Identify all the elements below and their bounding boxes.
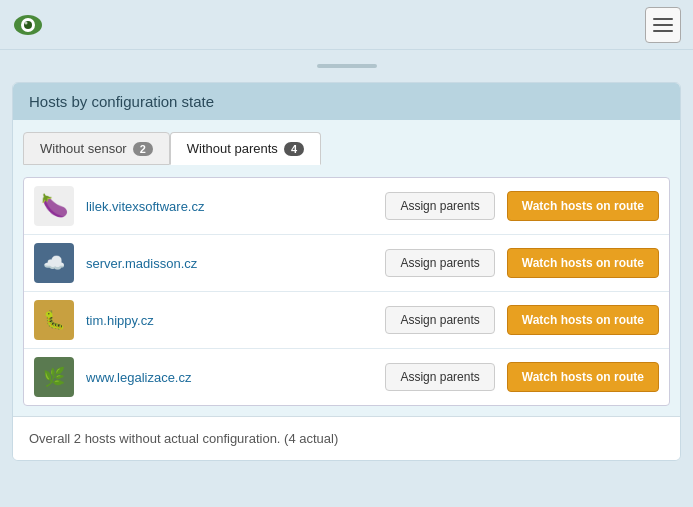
watch-hosts-button[interactable]: Watch hosts on route — [507, 362, 659, 392]
table-row: 🐛 tim.hippy.cz Assign parents Watch host… — [24, 292, 669, 349]
card-header: Hosts by configuration state — [13, 83, 680, 120]
avatar-emoji: 🐛 — [43, 309, 65, 331]
card-footer: Overall 2 hosts without actual configura… — [13, 416, 680, 460]
scroll-bar-indicator — [317, 64, 377, 68]
host-name[interactable]: server.madisson.cz — [86, 256, 373, 271]
tabs-container: Without sensor 2 Without parents 4 — [23, 132, 670, 165]
navbar — [0, 0, 693, 50]
footer-text: Overall 2 hosts without actual configura… — [29, 431, 338, 446]
table-row: 🌿 www.legalizace.cz Assign parents Watch… — [24, 349, 669, 405]
svg-point-3 — [25, 21, 28, 24]
watch-hosts-button[interactable]: Watch hosts on route — [507, 191, 659, 221]
tab-without-parents-label: Without parents — [187, 141, 278, 156]
hamburger-line-3 — [653, 30, 673, 32]
table-row: 🍆 lilek.vitexsoftware.cz Assign parents … — [24, 178, 669, 235]
navbar-toggle-button[interactable] — [645, 7, 681, 43]
assign-parents-button[interactable]: Assign parents — [385, 306, 494, 334]
tab-without-sensor[interactable]: Without sensor 2 — [23, 132, 170, 165]
assign-parents-button[interactable]: Assign parents — [385, 192, 494, 220]
hosts-table: 🍆 lilek.vitexsoftware.cz Assign parents … — [23, 177, 670, 406]
brand-logo — [12, 9, 44, 41]
avatar: 🌿 — [34, 357, 74, 397]
hamburger-line-2 — [653, 24, 673, 26]
tab-without-sensor-label: Without sensor — [40, 141, 127, 156]
hosts-config-card: Hosts by configuration state Without sen… — [12, 82, 681, 461]
assign-parents-button[interactable]: Assign parents — [385, 363, 494, 391]
avatar: 🍆 — [34, 186, 74, 226]
card-body: Without sensor 2 Without parents 4 🍆 lil… — [13, 120, 680, 416]
tab-without-sensor-badge: 2 — [133, 142, 153, 156]
host-name[interactable]: tim.hippy.cz — [86, 313, 373, 328]
table-row: ☁️ server.madisson.cz Assign parents Wat… — [24, 235, 669, 292]
host-name[interactable]: lilek.vitexsoftware.cz — [86, 199, 373, 214]
avatar-emoji: 🍆 — [41, 193, 68, 219]
brand — [12, 9, 44, 41]
scroll-hint — [0, 50, 693, 74]
assign-parents-button[interactable]: Assign parents — [385, 249, 494, 277]
watch-hosts-button[interactable]: Watch hosts on route — [507, 305, 659, 335]
tab-without-parents[interactable]: Without parents 4 — [170, 132, 321, 165]
hamburger-line-1 — [653, 18, 673, 20]
tab-without-parents-badge: 4 — [284, 142, 304, 156]
avatar: ☁️ — [34, 243, 74, 283]
watch-hosts-button[interactable]: Watch hosts on route — [507, 248, 659, 278]
avatar: 🐛 — [34, 300, 74, 340]
avatar-emoji: ☁️ — [43, 252, 65, 274]
host-name[interactable]: www.legalizace.cz — [86, 370, 373, 385]
avatar-emoji: 🌿 — [43, 366, 65, 388]
card-title: Hosts by configuration state — [29, 93, 214, 110]
